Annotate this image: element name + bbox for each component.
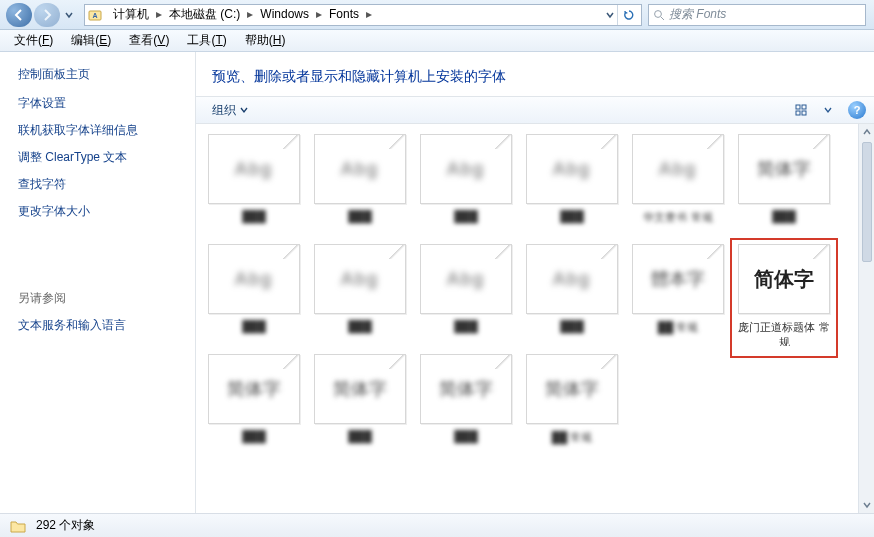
font-preview-text: 简体字	[757, 157, 811, 181]
scroll-down-button[interactable]	[859, 497, 874, 513]
font-preview-text: 简体字	[545, 377, 599, 401]
font-tile[interactable]: Abg华文隶书 常规	[630, 134, 726, 236]
forward-button[interactable]	[34, 3, 60, 27]
search-placeholder: 搜索 Fonts	[669, 6, 726, 23]
font-preview: 简体字	[420, 354, 512, 424]
menubar: 文件(F)编辑(E)查看(V)工具(T)帮助(H)	[0, 30, 874, 52]
chevron-up-icon	[863, 128, 871, 136]
address-bar[interactable]: A 计算机▸本地磁盘 (C:)▸Windows▸Fonts▸	[84, 4, 642, 26]
font-preview-text: Abg	[341, 159, 379, 180]
scroll-up-button[interactable]	[859, 124, 874, 140]
font-label: ██ 常规	[524, 430, 620, 456]
font-label: ███	[736, 210, 832, 236]
menu-f[interactable]: 文件(F)	[6, 30, 61, 51]
chevron-down-icon	[65, 11, 73, 19]
search-icon	[653, 9, 665, 21]
font-tile[interactable]: Abg███	[418, 244, 514, 346]
font-preview: 简体字	[738, 244, 830, 314]
font-preview: Abg	[208, 244, 300, 314]
chevron-down-icon	[824, 106, 832, 114]
status-count: 292 个对象	[36, 517, 95, 534]
font-preview: Abg	[420, 244, 512, 314]
font-tile[interactable]: 简体字███	[206, 354, 302, 456]
sidebar-link[interactable]: 更改字体大小	[18, 203, 183, 220]
titlebar: A 计算机▸本地磁盘 (C:)▸Windows▸Fonts▸ 搜索 Fonts	[0, 0, 874, 30]
font-label: 华文隶书 常规	[630, 210, 726, 236]
font-preview-text: Abg	[235, 269, 273, 290]
font-label: ███	[418, 210, 514, 236]
svg-rect-6	[796, 111, 800, 115]
font-tile[interactable]: Abg███	[418, 134, 514, 236]
nav-history-dropdown[interactable]	[62, 3, 76, 27]
nav-buttons	[6, 3, 76, 27]
font-tile[interactable]: Abg███	[206, 134, 302, 236]
font-tile[interactable]: Abg███	[524, 244, 620, 346]
help-button[interactable]: ?	[848, 101, 866, 119]
breadcrumb-segment[interactable]: Windows	[254, 5, 315, 23]
font-label: ██ 常规	[630, 320, 726, 346]
menu-v[interactable]: 查看(V)	[121, 30, 177, 51]
font-label: ███	[206, 320, 302, 346]
breadcrumb-segment[interactable]: 计算机	[107, 5, 155, 23]
font-tile[interactable]: 简体字███	[736, 134, 832, 236]
menu-t[interactable]: 工具(T)	[179, 30, 234, 51]
organize-button[interactable]: 组织	[204, 100, 256, 121]
statusbar: 292 个对象	[0, 513, 874, 537]
view-dropdown[interactable]	[816, 100, 840, 120]
font-tile[interactable]: Abg███	[312, 134, 408, 236]
font-preview-text: Abg	[553, 269, 591, 290]
chevron-down-icon	[863, 501, 871, 509]
breadcrumb-separator-icon: ▸	[155, 7, 163, 21]
scroll-thumb[interactable]	[862, 142, 872, 262]
font-tile[interactable]: Abg███	[206, 244, 302, 346]
sidebar: 控制面板主页 字体设置联机获取字体详细信息调整 ClearType 文本查找字符…	[0, 52, 196, 513]
font-label: ███	[312, 320, 408, 346]
font-tile[interactable]: 體本字██ 常规	[630, 244, 726, 346]
sidebar-heading[interactable]: 控制面板主页	[18, 66, 183, 83]
font-preview: 简体字	[314, 354, 406, 424]
font-tile[interactable]: 简体字██ 常规	[524, 354, 620, 456]
font-tile[interactable]: 简体字███	[418, 354, 514, 456]
font-preview-text: 简体字	[333, 377, 387, 401]
view-mode-button[interactable]	[790, 100, 814, 120]
svg-text:A: A	[92, 12, 97, 19]
sidebar-link[interactable]: 联机获取字体详细信息	[18, 122, 183, 139]
sidebar-link[interactable]: 字体设置	[18, 95, 183, 112]
font-preview: Abg	[420, 134, 512, 204]
font-preview-text: Abg	[659, 159, 697, 180]
svg-rect-4	[796, 105, 800, 109]
refresh-button[interactable]	[617, 5, 639, 25]
back-button[interactable]	[6, 3, 32, 27]
search-input[interactable]: 搜索 Fonts	[648, 4, 866, 26]
font-preview-text: Abg	[553, 159, 591, 180]
menu-h[interactable]: 帮助(H)	[237, 30, 294, 51]
page-title: 预览、删除或者显示和隐藏计算机上安装的字体	[196, 52, 874, 96]
sidebar-link[interactable]: 调整 ClearType 文本	[18, 149, 183, 166]
fonts-folder-icon: A	[87, 7, 103, 23]
font-grid: Abg███Abg███Abg███Abg███Abg华文隶书 常规简体字███…	[206, 134, 874, 456]
svg-line-3	[661, 17, 664, 20]
font-tile[interactable]: 简体字███	[312, 354, 408, 456]
organize-label: 组织	[212, 102, 236, 119]
font-preview: 简体字	[208, 354, 300, 424]
sidebar-link[interactable]: 查找字符	[18, 176, 183, 193]
font-tile[interactable]: Abg███	[524, 134, 620, 236]
svg-rect-7	[802, 111, 806, 115]
chevron-down-icon	[606, 11, 614, 19]
font-label: ███	[312, 210, 408, 236]
font-label: 庞门正道标题体 常规	[736, 320, 832, 346]
breadcrumb-separator-icon: ▸	[315, 7, 323, 21]
breadcrumb-segment[interactable]: Fonts	[323, 5, 365, 23]
font-preview-text: 简体字	[227, 377, 281, 401]
font-tile[interactable]: Abg███	[312, 244, 408, 346]
address-dropdown[interactable]	[603, 3, 617, 27]
see-also-link[interactable]: 文本服务和输入语言	[18, 317, 183, 334]
menu-e[interactable]: 编辑(E)	[63, 30, 119, 51]
font-label: ███	[524, 320, 620, 346]
font-tile[interactable]: 简体字庞门正道标题体 常规	[736, 244, 832, 346]
breadcrumb-segment[interactable]: 本地磁盘 (C:)	[163, 5, 246, 23]
body: 控制面板主页 字体设置联机获取字体详细信息调整 ClearType 文本查找字符…	[0, 52, 874, 513]
vertical-scrollbar[interactable]	[858, 124, 874, 513]
font-preview: Abg	[208, 134, 300, 204]
font-label: ███	[312, 430, 408, 456]
